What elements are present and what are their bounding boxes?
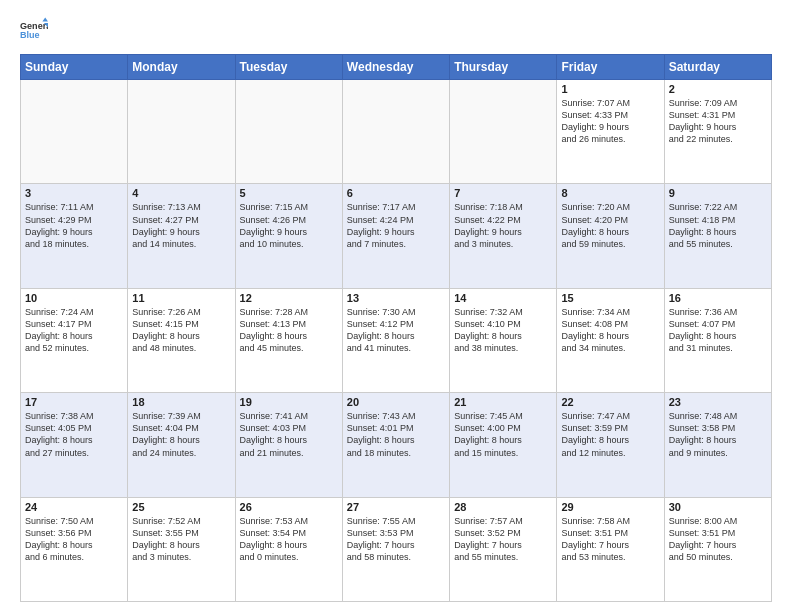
calendar-cell: 6Sunrise: 7:17 AM Sunset: 4:24 PM Daylig… (342, 184, 449, 288)
header: General Blue (20, 16, 772, 44)
day-info: Sunrise: 7:24 AM Sunset: 4:17 PM Dayligh… (25, 306, 123, 355)
day-info: Sunrise: 7:17 AM Sunset: 4:24 PM Dayligh… (347, 201, 445, 250)
day-info: Sunrise: 7:28 AM Sunset: 4:13 PM Dayligh… (240, 306, 338, 355)
day-info: Sunrise: 7:32 AM Sunset: 4:10 PM Dayligh… (454, 306, 552, 355)
calendar-cell: 9Sunrise: 7:22 AM Sunset: 4:18 PM Daylig… (664, 184, 771, 288)
day-number: 24 (25, 501, 123, 513)
day-number: 27 (347, 501, 445, 513)
day-info: Sunrise: 7:45 AM Sunset: 4:00 PM Dayligh… (454, 410, 552, 459)
day-number: 19 (240, 396, 338, 408)
day-number: 11 (132, 292, 230, 304)
calendar-cell (128, 80, 235, 184)
day-number: 4 (132, 187, 230, 199)
calendar-cell: 14Sunrise: 7:32 AM Sunset: 4:10 PM Dayli… (450, 288, 557, 392)
logo: General Blue (20, 16, 48, 44)
day-info: Sunrise: 7:58 AM Sunset: 3:51 PM Dayligh… (561, 515, 659, 564)
calendar-cell: 13Sunrise: 7:30 AM Sunset: 4:12 PM Dayli… (342, 288, 449, 392)
day-info: Sunrise: 7:48 AM Sunset: 3:58 PM Dayligh… (669, 410, 767, 459)
calendar-cell: 1Sunrise: 7:07 AM Sunset: 4:33 PM Daylig… (557, 80, 664, 184)
calendar-cell (450, 80, 557, 184)
calendar-cell (342, 80, 449, 184)
calendar-cell: 11Sunrise: 7:26 AM Sunset: 4:15 PM Dayli… (128, 288, 235, 392)
calendar-row-0: 1Sunrise: 7:07 AM Sunset: 4:33 PM Daylig… (21, 80, 772, 184)
day-number: 3 (25, 187, 123, 199)
svg-marker-2 (42, 17, 48, 21)
day-info: Sunrise: 8:00 AM Sunset: 3:51 PM Dayligh… (669, 515, 767, 564)
weekday-thursday: Thursday (450, 55, 557, 80)
day-info: Sunrise: 7:53 AM Sunset: 3:54 PM Dayligh… (240, 515, 338, 564)
weekday-header-row: SundayMondayTuesdayWednesdayThursdayFrid… (21, 55, 772, 80)
calendar-cell: 2Sunrise: 7:09 AM Sunset: 4:31 PM Daylig… (664, 80, 771, 184)
day-number: 8 (561, 187, 659, 199)
day-info: Sunrise: 7:30 AM Sunset: 4:12 PM Dayligh… (347, 306, 445, 355)
calendar-row-3: 17Sunrise: 7:38 AM Sunset: 4:05 PM Dayli… (21, 393, 772, 497)
calendar-cell: 3Sunrise: 7:11 AM Sunset: 4:29 PM Daylig… (21, 184, 128, 288)
weekday-tuesday: Tuesday (235, 55, 342, 80)
calendar-cell: 8Sunrise: 7:20 AM Sunset: 4:20 PM Daylig… (557, 184, 664, 288)
day-number: 6 (347, 187, 445, 199)
day-info: Sunrise: 7:07 AM Sunset: 4:33 PM Dayligh… (561, 97, 659, 146)
day-number: 17 (25, 396, 123, 408)
logo-icon: General Blue (20, 16, 48, 44)
day-info: Sunrise: 7:15 AM Sunset: 4:26 PM Dayligh… (240, 201, 338, 250)
calendar-cell: 10Sunrise: 7:24 AM Sunset: 4:17 PM Dayli… (21, 288, 128, 392)
day-number: 26 (240, 501, 338, 513)
day-info: Sunrise: 7:13 AM Sunset: 4:27 PM Dayligh… (132, 201, 230, 250)
day-info: Sunrise: 7:55 AM Sunset: 3:53 PM Dayligh… (347, 515, 445, 564)
day-info: Sunrise: 7:41 AM Sunset: 4:03 PM Dayligh… (240, 410, 338, 459)
page: General Blue SundayMondayTuesdayWednesda… (0, 0, 792, 612)
day-info: Sunrise: 7:38 AM Sunset: 4:05 PM Dayligh… (25, 410, 123, 459)
weekday-wednesday: Wednesday (342, 55, 449, 80)
calendar-cell: 15Sunrise: 7:34 AM Sunset: 4:08 PM Dayli… (557, 288, 664, 392)
day-info: Sunrise: 7:50 AM Sunset: 3:56 PM Dayligh… (25, 515, 123, 564)
calendar-row-4: 24Sunrise: 7:50 AM Sunset: 3:56 PM Dayli… (21, 497, 772, 601)
calendar-cell: 16Sunrise: 7:36 AM Sunset: 4:07 PM Dayli… (664, 288, 771, 392)
day-info: Sunrise: 7:18 AM Sunset: 4:22 PM Dayligh… (454, 201, 552, 250)
day-number: 30 (669, 501, 767, 513)
day-number: 12 (240, 292, 338, 304)
calendar-cell: 29Sunrise: 7:58 AM Sunset: 3:51 PM Dayli… (557, 497, 664, 601)
day-info: Sunrise: 7:52 AM Sunset: 3:55 PM Dayligh… (132, 515, 230, 564)
day-info: Sunrise: 7:11 AM Sunset: 4:29 PM Dayligh… (25, 201, 123, 250)
calendar-cell: 27Sunrise: 7:55 AM Sunset: 3:53 PM Dayli… (342, 497, 449, 601)
day-number: 13 (347, 292, 445, 304)
day-number: 9 (669, 187, 767, 199)
day-info: Sunrise: 7:20 AM Sunset: 4:20 PM Dayligh… (561, 201, 659, 250)
day-number: 21 (454, 396, 552, 408)
day-number: 25 (132, 501, 230, 513)
day-number: 7 (454, 187, 552, 199)
day-number: 5 (240, 187, 338, 199)
calendar-cell (235, 80, 342, 184)
calendar-cell: 24Sunrise: 7:50 AM Sunset: 3:56 PM Dayli… (21, 497, 128, 601)
calendar-row-1: 3Sunrise: 7:11 AM Sunset: 4:29 PM Daylig… (21, 184, 772, 288)
calendar-cell: 5Sunrise: 7:15 AM Sunset: 4:26 PM Daylig… (235, 184, 342, 288)
calendar-cell: 26Sunrise: 7:53 AM Sunset: 3:54 PM Dayli… (235, 497, 342, 601)
day-info: Sunrise: 7:39 AM Sunset: 4:04 PM Dayligh… (132, 410, 230, 459)
day-number: 23 (669, 396, 767, 408)
calendar-cell: 19Sunrise: 7:41 AM Sunset: 4:03 PM Dayli… (235, 393, 342, 497)
calendar-cell: 22Sunrise: 7:47 AM Sunset: 3:59 PM Dayli… (557, 393, 664, 497)
weekday-friday: Friday (557, 55, 664, 80)
calendar-cell: 18Sunrise: 7:39 AM Sunset: 4:04 PM Dayli… (128, 393, 235, 497)
weekday-monday: Monday (128, 55, 235, 80)
day-info: Sunrise: 7:36 AM Sunset: 4:07 PM Dayligh… (669, 306, 767, 355)
day-number: 15 (561, 292, 659, 304)
day-number: 28 (454, 501, 552, 513)
day-info: Sunrise: 7:22 AM Sunset: 4:18 PM Dayligh… (669, 201, 767, 250)
day-number: 29 (561, 501, 659, 513)
svg-text:Blue: Blue (20, 30, 40, 40)
day-number: 16 (669, 292, 767, 304)
calendar-cell: 17Sunrise: 7:38 AM Sunset: 4:05 PM Dayli… (21, 393, 128, 497)
day-number: 14 (454, 292, 552, 304)
day-number: 10 (25, 292, 123, 304)
calendar-cell: 20Sunrise: 7:43 AM Sunset: 4:01 PM Dayli… (342, 393, 449, 497)
day-number: 1 (561, 83, 659, 95)
calendar-cell: 30Sunrise: 8:00 AM Sunset: 3:51 PM Dayli… (664, 497, 771, 601)
svg-text:General: General (20, 21, 48, 31)
day-info: Sunrise: 7:26 AM Sunset: 4:15 PM Dayligh… (132, 306, 230, 355)
calendar-cell (21, 80, 128, 184)
day-info: Sunrise: 7:47 AM Sunset: 3:59 PM Dayligh… (561, 410, 659, 459)
calendar-table: SundayMondayTuesdayWednesdayThursdayFrid… (20, 54, 772, 602)
weekday-saturday: Saturday (664, 55, 771, 80)
calendar-cell: 12Sunrise: 7:28 AM Sunset: 4:13 PM Dayli… (235, 288, 342, 392)
